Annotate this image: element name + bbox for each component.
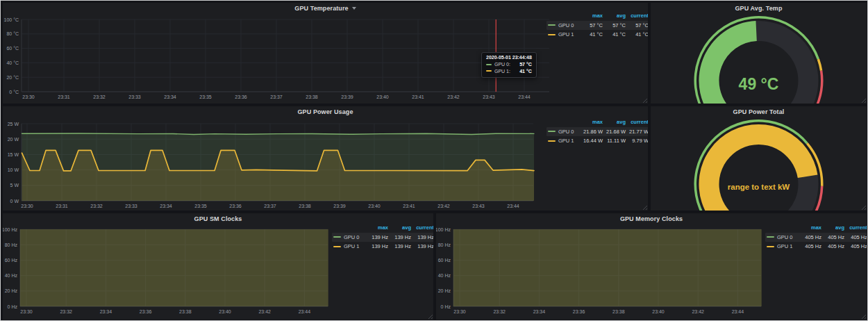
- legend-series-toggle[interactable]: GPU 0: [548, 129, 580, 135]
- svg-text:23:40: 23:40: [368, 204, 381, 208]
- legend-stat: 139 Hz: [365, 234, 388, 240]
- legend-stat: 57 °C: [626, 22, 648, 28]
- svg-text:25 W: 25 W: [8, 122, 19, 126]
- legend-row: GPU 141 °C41 °C41 °C: [546, 30, 648, 40]
- panel-gpu-power-usage: GPU Power Usage 23:3023:3123:3223:3323:3…: [3, 106, 648, 211]
- legend-series-toggle[interactable]: GPU 1: [767, 243, 799, 249]
- panel-title-gpu-power-usage: GPU Power Usage: [297, 108, 353, 115]
- svg-text:23:43: 23:43: [483, 94, 495, 99]
- legend-stat: 405 Hz: [844, 243, 867, 249]
- series-color-dash: [486, 70, 492, 72]
- svg-text:23:40: 23:40: [652, 309, 665, 314]
- panel-menu-gpu-sm-clocks[interactable]: GPU SM Clocks: [3, 213, 433, 224]
- svg-text:23:43: 23:43: [472, 204, 485, 208]
- legend-series-toggle[interactable]: GPU 0: [333, 234, 365, 240]
- legend-header[interactable]: max: [580, 119, 603, 125]
- legend-row: GPU 1405 Hz405 Hz405 Hz: [765, 242, 867, 252]
- legend-row: GPU 116.44 W11.11 W9.79 W: [546, 136, 648, 146]
- legend-header[interactable]: avg: [388, 224, 411, 231]
- panel-title-gpu-sm-clocks: GPU SM Clocks: [194, 215, 242, 222]
- legend-stat: 405 Hz: [844, 234, 867, 240]
- gauge-value-gpu-power-total: range to text kW: [651, 183, 867, 191]
- legend-stat: 405 Hz: [821, 243, 844, 249]
- svg-text:0 W: 0 W: [10, 199, 19, 204]
- legend-header[interactable]: current: [626, 119, 648, 125]
- svg-text:23:40: 23:40: [219, 309, 231, 314]
- svg-text:23:38: 23:38: [612, 309, 625, 314]
- svg-text:23:34: 23:34: [164, 94, 176, 99]
- legend-row: GPU 021.86 W21.68 W21.77 W: [546, 127, 648, 137]
- legend-series-toggle[interactable]: GPU 1: [333, 243, 365, 249]
- legend-row: GPU 0405 Hz405 Hz405 Hz: [765, 233, 867, 242]
- legend-header[interactable]: current: [411, 224, 433, 231]
- legend-stat: 21.86 W: [580, 129, 603, 135]
- legend-header[interactable]: avg: [603, 13, 626, 19]
- legend-stat: 41 °C: [626, 31, 648, 38]
- legend-header[interactable]: max: [365, 224, 388, 231]
- svg-text:23:40: 23:40: [376, 94, 389, 99]
- gauge-value-gpu-avg-temp: 49 °C: [651, 75, 867, 94]
- legend-header-row: maxavgcurrent: [765, 223, 867, 233]
- graph-tooltip: 2020-05-01 23:44:48 GPU 0: 57 °C GPU 1: …: [481, 52, 537, 78]
- panel-gpu-sm-clocks: GPU SM Clocks 23:3023:3223:3423:3623:382…: [3, 213, 433, 320]
- svg-text:23:36: 23:36: [573, 309, 585, 314]
- legend-stat: 21.68 W: [603, 129, 626, 135]
- legend-row: GPU 0139 Hz139 Hz139 Hz: [332, 233, 433, 242]
- svg-text:20 Hz: 20 Hz: [5, 288, 18, 293]
- legend-header[interactable]: max: [580, 13, 603, 19]
- svg-text:60 Hz: 60 Hz: [438, 258, 451, 263]
- legend-header-row: maxavgcurrent: [332, 223, 433, 233]
- panel-menu-gpu-avg-temp[interactable]: GPU Avg. Temp: [651, 3, 867, 13]
- panel-title-gpu-avg-temp: GPU Avg. Temp: [735, 5, 783, 12]
- svg-text:23:38: 23:38: [299, 204, 311, 208]
- legend-header[interactable]: avg: [603, 119, 626, 125]
- chevron-down-icon: [352, 7, 356, 10]
- panel-menu-gpu-temperature[interactable]: GPU Temperature: [3, 3, 648, 13]
- legend-row: GPU 057 °C57 °C57 °C: [546, 21, 648, 31]
- legend-series-toggle[interactable]: GPU 1: [548, 138, 580, 144]
- svg-text:23:34: 23:34: [533, 309, 546, 314]
- legend-stat: 139 Hz: [411, 243, 433, 249]
- svg-text:40 Hz: 40 Hz: [5, 273, 18, 278]
- legend-stat: 405 Hz: [821, 234, 844, 240]
- svg-text:23:32: 23:32: [90, 204, 103, 208]
- svg-text:23:35: 23:35: [199, 94, 212, 99]
- panel-menu-gpu-power-total[interactable]: GPU Power Total: [651, 106, 867, 117]
- series-color-dash: [548, 140, 556, 142]
- legend-gpu-memory-clocks: maxavgcurrentGPU 0405 Hz405 Hz405 HzGPU …: [765, 223, 867, 252]
- svg-text:23:34: 23:34: [100, 309, 112, 314]
- svg-text:10 W: 10 W: [8, 167, 19, 172]
- series-color-dash: [333, 236, 341, 238]
- legend-header[interactable]: current: [844, 224, 867, 231]
- svg-text:40 Hz: 40 Hz: [438, 273, 451, 278]
- tooltip-row: GPU 1: 41 °C: [486, 68, 532, 75]
- legend-series-toggle[interactable]: GPU 0: [548, 22, 580, 28]
- svg-text:23:33: 23:33: [125, 204, 137, 208]
- legend-header[interactable]: current: [626, 13, 648, 19]
- svg-text:23:30: 23:30: [20, 309, 33, 314]
- svg-text:5 W: 5 W: [10, 183, 19, 188]
- legend-stat: 405 Hz: [799, 243, 821, 249]
- svg-text:20 W: 20 W: [8, 137, 19, 142]
- panel-menu-gpu-power-usage[interactable]: GPU Power Usage: [3, 106, 648, 117]
- legend-stat: 9.79 W: [626, 138, 648, 144]
- svg-text:23:39: 23:39: [341, 94, 353, 99]
- series-color-dash: [767, 236, 774, 238]
- svg-text:23:32: 23:32: [60, 309, 72, 314]
- svg-text:20 Hz: 20 Hz: [438, 288, 451, 293]
- legend-stat: 139 Hz: [411, 234, 433, 240]
- series-color-dash: [548, 131, 556, 132]
- legend-stat: 57 °C: [603, 22, 626, 28]
- svg-text:0 °C: 0 °C: [9, 90, 19, 94]
- svg-text:23:36: 23:36: [235, 94, 247, 99]
- legend-stat: 21.77 W: [626, 129, 648, 135]
- legend-series-toggle[interactable]: GPU 1: [548, 31, 580, 38]
- panel-menu-gpu-memory-clocks[interactable]: GPU Memory Clocks: [436, 213, 867, 224]
- panel-gpu-temperature: GPU Temperature 23:3023:3123:3223:3323:3…: [3, 3, 648, 104]
- legend-series-toggle[interactable]: GPU 0: [767, 234, 799, 240]
- legend-header[interactable]: avg: [821, 224, 844, 231]
- legend-stat: 16.44 W: [580, 138, 603, 144]
- svg-text:80 Hz: 80 Hz: [438, 242, 451, 247]
- legend-header[interactable]: max: [799, 224, 821, 231]
- svg-text:23:44: 23:44: [507, 204, 519, 208]
